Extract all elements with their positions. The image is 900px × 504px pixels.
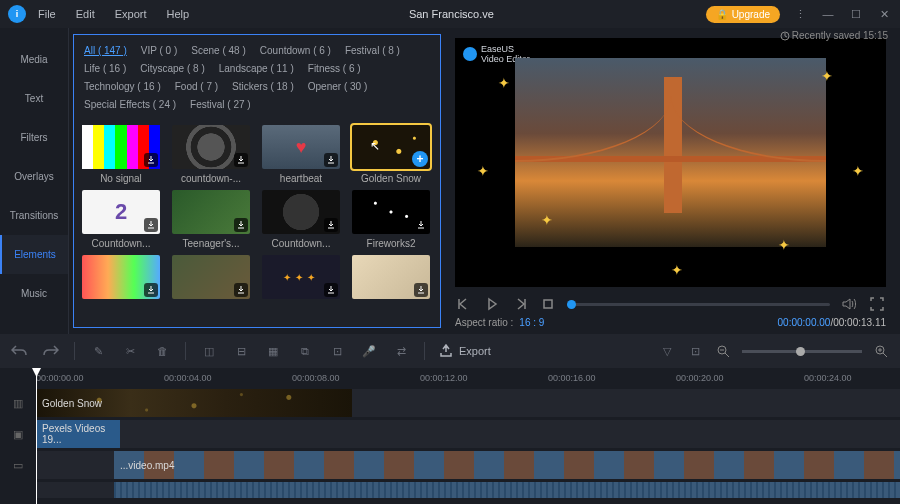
category-vip[interactable]: VIP ( 0 ) bbox=[141, 43, 178, 59]
download-icon[interactable] bbox=[414, 283, 428, 297]
undo-button[interactable] bbox=[10, 342, 28, 360]
settings-icon[interactable]: ⋮ bbox=[792, 6, 808, 22]
voiceover-icon[interactable]: 🎤 bbox=[360, 342, 378, 360]
sidebar-tab-filters[interactable]: Filters bbox=[0, 118, 68, 157]
time-ruler[interactable]: 00:00:00.0000:00:04.0000:00:08.0000:00:1… bbox=[36, 371, 900, 389]
playhead[interactable] bbox=[36, 368, 37, 504]
sidebar-tab-transitions[interactable]: Transitions bbox=[0, 196, 68, 235]
video-track-icon[interactable]: ▭ bbox=[0, 459, 36, 472]
category-food[interactable]: Food ( 7 ) bbox=[175, 79, 218, 95]
element-thumb[interactable] bbox=[352, 255, 430, 303]
playhead-scrubber[interactable] bbox=[567, 303, 830, 306]
timeline[interactable]: 00:00:00.0000:00:04.0000:00:08.0000:00:1… bbox=[0, 368, 900, 504]
close-icon[interactable]: ✕ bbox=[876, 6, 892, 22]
pip-track[interactable]: ▣ Pexels Videos 19... bbox=[0, 420, 900, 448]
element-thumb[interactable]: Teenager's... bbox=[172, 190, 250, 249]
zoom-clip-icon[interactable]: ⊡ bbox=[328, 342, 346, 360]
audio-track[interactable] bbox=[0, 482, 900, 498]
marker-icon[interactable]: ▽ bbox=[658, 342, 676, 360]
download-icon[interactable] bbox=[144, 218, 158, 232]
category-cityscape[interactable]: Cityscape ( 8 ) bbox=[140, 61, 204, 77]
clip-audio[interactable] bbox=[114, 482, 900, 498]
export-label: Export bbox=[459, 345, 491, 357]
document-title: San Francisco.ve bbox=[201, 8, 702, 20]
element-thumb[interactable]: heartbeat bbox=[262, 125, 340, 184]
prev-frame-button[interactable] bbox=[455, 295, 473, 313]
zoom-slider[interactable] bbox=[742, 350, 862, 353]
sidebar-tab-media[interactable]: Media bbox=[0, 40, 68, 79]
category-fitness[interactable]: Fitness ( 6 ) bbox=[308, 61, 361, 77]
zoom-out-icon[interactable] bbox=[714, 342, 732, 360]
category-opener[interactable]: Opener ( 30 ) bbox=[308, 79, 367, 95]
mosaic-icon[interactable]: ▦ bbox=[264, 342, 282, 360]
play-button[interactable] bbox=[483, 295, 501, 313]
redo-button[interactable] bbox=[42, 342, 60, 360]
category-landscape[interactable]: Landscape ( 11 ) bbox=[219, 61, 294, 77]
video-track[interactable]: ▭ ...video.mp4 bbox=[0, 451, 900, 479]
download-icon[interactable] bbox=[144, 153, 158, 167]
download-icon[interactable] bbox=[324, 283, 338, 297]
export-button[interactable]: Export bbox=[439, 344, 491, 358]
clip-pexels[interactable]: Pexels Videos 19... bbox=[36, 420, 120, 448]
category-life[interactable]: Life ( 16 ) bbox=[84, 61, 126, 77]
menu-export[interactable]: Export bbox=[107, 8, 155, 20]
category-festival[interactable]: Festival ( 8 ) bbox=[345, 43, 400, 59]
category-scene[interactable]: Scene ( 48 ) bbox=[191, 43, 245, 59]
delete-icon[interactable]: 🗑 bbox=[153, 342, 171, 360]
element-thumb[interactable] bbox=[262, 255, 340, 303]
download-icon[interactable] bbox=[324, 218, 338, 232]
category-countdown[interactable]: Countdown ( 6 ) bbox=[260, 43, 331, 59]
category-special-effects[interactable]: Special Effects ( 24 ) bbox=[84, 97, 176, 113]
clip-golden-snow[interactable]: Golden Snow bbox=[36, 389, 352, 417]
element-thumb[interactable] bbox=[172, 255, 250, 303]
download-icon[interactable] bbox=[234, 153, 248, 167]
fullscreen-icon[interactable] bbox=[868, 295, 886, 313]
crop-icon[interactable]: ◫ bbox=[200, 342, 218, 360]
element-thumb[interactable] bbox=[82, 255, 160, 303]
edit-icon[interactable]: ✎ bbox=[89, 342, 107, 360]
category-festival[interactable]: Festival ( 27 ) bbox=[190, 97, 251, 113]
upgrade-button[interactable]: 🔒 Upgrade bbox=[706, 6, 780, 23]
element-thumb[interactable]: 2Countdown... bbox=[82, 190, 160, 249]
speed-icon[interactable]: ⇄ bbox=[392, 342, 410, 360]
element-thumb[interactable]: ↖+Golden Snow bbox=[352, 125, 430, 184]
clip-video[interactable]: ...video.mp4 bbox=[114, 451, 900, 479]
volume-icon[interactable] bbox=[840, 295, 858, 313]
stop-button[interactable] bbox=[539, 295, 557, 313]
download-icon[interactable] bbox=[234, 283, 248, 297]
menu-edit[interactable]: Edit bbox=[68, 8, 103, 20]
category-all[interactable]: All ( 147 ) bbox=[84, 43, 127, 59]
aspect-ratio-value[interactable]: 16 : 9 bbox=[519, 317, 544, 328]
cursor-icon: ↖ bbox=[370, 139, 380, 153]
sidebar-tab-elements[interactable]: Elements bbox=[0, 235, 68, 274]
download-icon[interactable] bbox=[324, 153, 338, 167]
cut-icon[interactable]: ✂ bbox=[121, 342, 139, 360]
element-thumb[interactable]: countdown-... bbox=[172, 125, 250, 184]
sidebar-tab-text[interactable]: Text bbox=[0, 79, 68, 118]
element-thumb[interactable]: No signal bbox=[82, 125, 160, 184]
minimize-icon[interactable]: — bbox=[820, 6, 836, 22]
category-stickers[interactable]: Stickers ( 18 ) bbox=[232, 79, 294, 95]
maximize-icon[interactable]: ☐ bbox=[848, 6, 864, 22]
sidebar-tab-music[interactable]: Music bbox=[0, 274, 68, 313]
menu-file[interactable]: File bbox=[30, 8, 64, 20]
pip-track-icon[interactable]: ▣ bbox=[0, 428, 36, 441]
element-thumb[interactable]: Fireworks2 bbox=[352, 190, 430, 249]
overlay-track-icon[interactable]: ▥ bbox=[0, 397, 36, 410]
download-icon[interactable] bbox=[144, 283, 158, 297]
category-technology[interactable]: Technology ( 16 ) bbox=[84, 79, 161, 95]
preview-viewport[interactable]: EaseUS Video Editor ✦✦ ✦✦ ✦✦ ✦ bbox=[455, 38, 886, 287]
freeze-icon[interactable]: ⧉ bbox=[296, 342, 314, 360]
elements-grid[interactable]: No signalcountdown-...heartbeat↖+Golden … bbox=[74, 121, 440, 327]
zoom-in-icon[interactable] bbox=[872, 342, 890, 360]
sidebar-tab-overlays[interactable]: Overlays bbox=[0, 157, 68, 196]
menu-help[interactable]: Help bbox=[159, 8, 198, 20]
fit-icon[interactable]: ⊡ bbox=[686, 342, 704, 360]
download-icon[interactable] bbox=[234, 218, 248, 232]
download-icon[interactable] bbox=[414, 218, 428, 232]
next-frame-button[interactable] bbox=[511, 295, 529, 313]
element-thumb[interactable]: Countdown... bbox=[262, 190, 340, 249]
overlay-track[interactable]: ▥ Golden Snow bbox=[0, 389, 900, 417]
add-element-button[interactable]: + bbox=[412, 151, 428, 167]
split-icon[interactable]: ⊟ bbox=[232, 342, 250, 360]
